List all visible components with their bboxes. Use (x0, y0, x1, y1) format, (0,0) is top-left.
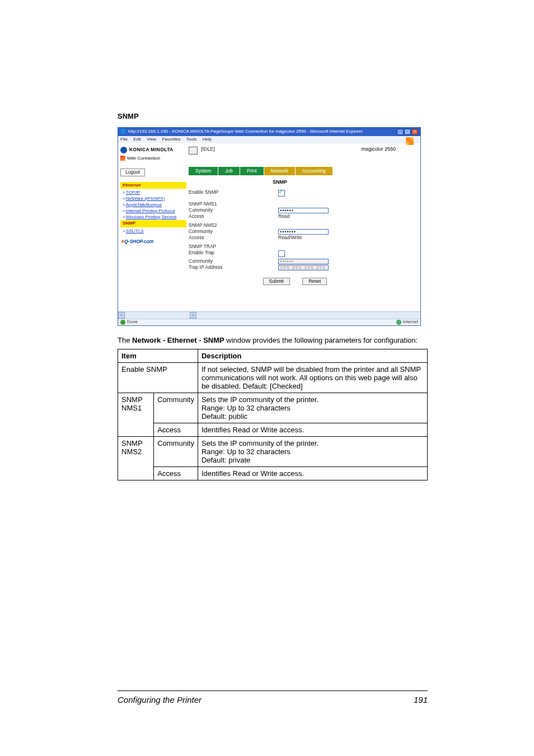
tab-print[interactable]: Print (240, 167, 263, 175)
tab-network[interactable]: Network (264, 167, 295, 175)
printer-model: magicolor 2550 (361, 147, 401, 152)
enable-snmp-label: Enable SNMP (189, 190, 278, 198)
zone-globe-icon (396, 320, 401, 325)
content-heading: SNMP (273, 180, 401, 185)
status-bar: Done Internet (118, 319, 420, 325)
nav-active-snmp[interactable]: SNMP (120, 220, 186, 227)
cell-nms1-access-desc: Identifies Read or Write access. (198, 423, 427, 436)
cell-nms2: SNMP NMS2 (118, 436, 154, 480)
nms2-community-input[interactable]: ••••••• (278, 229, 329, 235)
cell-nms1-community: Community (154, 393, 198, 423)
window-maximize-icon[interactable]: ▢ (404, 129, 411, 135)
nms1-group-label: SNMP NMS1 (189, 202, 278, 207)
trap-ip-label: Trap IP Address (189, 265, 278, 270)
tab-accounting[interactable]: Accounting (296, 167, 332, 175)
enable-trap-label: Enable Trap (189, 250, 278, 258)
app-name: Web Connection (127, 155, 160, 160)
th-item: Item (118, 349, 198, 362)
tab-system[interactable]: System (189, 167, 218, 175)
window-titlebar: 🌐 http://192.168.1.190 - KONICA MINOLTA … (118, 128, 420, 136)
menu-help[interactable]: Help (203, 137, 212, 142)
window-minimize-icon[interactable]: _ (397, 129, 404, 135)
footer-title: Configuring the Printer (118, 695, 202, 704)
spec-table: Item Description Enable SNMP If not sele… (118, 349, 428, 480)
nav-netware[interactable]: NetWare (IPX/SPX) (120, 196, 186, 202)
window-close-icon[interactable]: × (411, 129, 418, 135)
nav-active-ethernet[interactable]: Ethernet (120, 182, 186, 189)
nms1-community-label: Community (189, 208, 278, 213)
cell-nms2-community: Community (154, 436, 198, 466)
section-heading: SNMP (118, 112, 428, 120)
nav-winprint[interactable]: Windows Printing Service (120, 214, 186, 221)
konica-logo-icon (120, 147, 127, 153)
menu-file[interactable]: File (120, 137, 128, 142)
nav-group: Ethernet TCP/IP NetWare (IPX/SPX) AppleT… (120, 182, 186, 235)
menu-tools[interactable]: Tools (186, 137, 197, 142)
cell-nms1-access: Access (154, 423, 198, 436)
cell-enable-snmp: Enable SNMP (118, 362, 198, 393)
footer-rule (118, 690, 428, 691)
printer-icon (189, 147, 198, 155)
horizontal-scrollbar[interactable]: < > (118, 311, 420, 319)
app-title: Web Connection (120, 156, 186, 161)
th-description: Description (198, 349, 427, 362)
cell-nms1: SNMP NMS1 (118, 393, 154, 436)
nav-tcpip[interactable]: TCP/IP (120, 190, 186, 196)
explain-pre: The (118, 336, 132, 344)
screenshot-window: 🌐 http://192.168.1.190 - KONICA MINOLTA … (118, 127, 421, 326)
qshop-globe-icon: ✶ (120, 239, 124, 244)
nms1-community-input[interactable]: •••••• (278, 208, 329, 213)
explain-paragraph: The Network - Ethernet - SNMP window pro… (118, 336, 428, 346)
qshop-link[interactable]: ✶Q-SHOP.com (120, 239, 186, 244)
trap-group-label: SNMP TRAP (189, 244, 278, 249)
trap-community-label: Community (189, 259, 278, 264)
brand-name: KONICA MINOLTA (129, 147, 174, 152)
logout-button[interactable]: Logout (120, 169, 145, 176)
cell-nms2-access-desc: Identifies Read or Write access. (198, 466, 427, 480)
cell-nms1-community-desc: Sets the IP community of the printer. Ra… (198, 393, 427, 423)
ie-logo-icon: 🌐 (120, 129, 126, 134)
explain-post: window provides the following parameters… (224, 336, 418, 344)
menu-view[interactable]: View (147, 137, 156, 142)
left-sidebar: KONICA MINOLTA Web Connection Logout Eth… (118, 143, 189, 311)
nav-ipp[interactable]: Internet Printing Protocol (120, 208, 186, 214)
printer-status: [IDLE] (201, 147, 215, 152)
qshop-label: Q-SHOP.com (124, 239, 153, 244)
reset-button[interactable]: Reset (302, 278, 327, 285)
enable-trap-checkbox[interactable] (278, 250, 285, 257)
submit-button[interactable]: Submit (263, 278, 290, 285)
scroll-left-icon[interactable]: < (118, 312, 125, 319)
cell-enable-snmp-desc: If not selected, SNMP will be disabled f… (198, 362, 427, 393)
enable-snmp-checkbox[interactable] (278, 190, 285, 197)
trap-ip-input[interactable]: 255.255.255.255 (278, 265, 329, 270)
zone-text: Internet (403, 320, 418, 325)
nav-ssltls[interactable]: SSL/TLS (120, 228, 186, 235)
ie-throbber-icon (406, 137, 414, 145)
menu-favorites[interactable]: Favorites (162, 137, 181, 142)
nms1-access-label: Access (189, 214, 278, 219)
nms2-community-label: Community (189, 229, 278, 235)
window-title: http://192.168.1.190 - KONICA MINOLTA Pa… (128, 129, 396, 134)
cell-nms2-access: Access (154, 466, 198, 480)
trap-community-input[interactable]: •••••• (278, 259, 329, 264)
status-text: Done (127, 320, 138, 325)
explain-bold: Network - Ethernet - SNMP (132, 336, 224, 344)
tab-job[interactable]: Job (218, 167, 240, 175)
footer-page-number: 191 (414, 695, 428, 704)
status-done-icon (120, 320, 125, 325)
window-menubar: File Edit View Favorites Tools Help (118, 136, 420, 143)
scroll-right-icon[interactable]: > (190, 312, 196, 319)
cell-nms2-community-desc: Sets the IP community of the printer. Ra… (198, 436, 427, 466)
tab-row: System Job Print Network Accounting (189, 167, 401, 175)
nms1-access-value: Read (278, 214, 289, 219)
nav-appletalk[interactable]: AppleTalk/Bonjour (120, 202, 186, 208)
content-pane: [IDLE] magicolor 2550 System Job Print N… (189, 143, 406, 311)
pagescope-logo-icon (120, 156, 125, 161)
nms2-access-value: Read/Write (278, 235, 302, 240)
nms2-access-label: Access (189, 235, 278, 240)
nms2-group-label: SNMP NMS2 (189, 223, 278, 228)
menu-edit[interactable]: Edit (133, 137, 141, 142)
